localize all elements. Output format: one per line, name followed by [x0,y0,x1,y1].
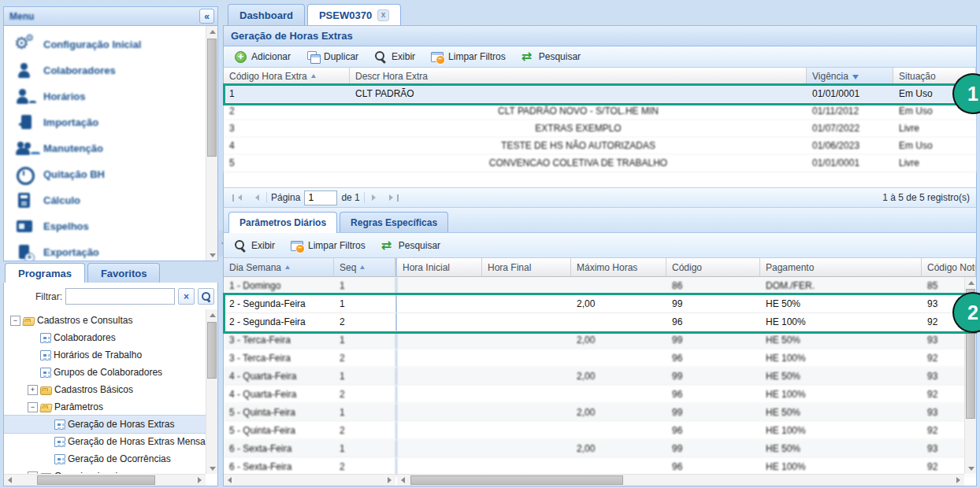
first-page-button[interactable] [230,190,244,205]
table-row[interactable]: 4 TESTE DE HS NÃO AUTORIZADAS 01/06/2023… [224,138,976,155]
table-row[interactable]: 5 - Quinta-Feira 2 96 HE 100% 92 [224,422,976,440]
scrollbar-thumb[interactable] [207,322,217,379]
exibir-button[interactable]: Exibir [228,238,280,253]
scrollbar-thumb[interactable] [966,289,975,419]
column-header-hora-inicial[interactable]: Hora Inicial [397,258,482,277]
tree-item[interactable]: Geração de Horas Extras [4,416,206,433]
scroll-right-arrow[interactable] [194,475,206,486]
tree-item[interactable]: Grupos de Colaboradores [4,364,206,381]
menu-item[interactable]: Importação [4,109,217,135]
table-row[interactable]: 4 - Quarta-Feira 1 2,00 99 HE 50% 93 [224,368,976,386]
table-row[interactable]: 5 CONVENCAO COLETIVA DE TRABALHO 01/01/0… [224,155,976,172]
limpar-filtros-button[interactable]: Limpar Filtros [425,49,511,65]
table-row[interactable]: 4 - Quarta-Feira 2 96 HE 100% 92 [224,386,976,404]
table-row[interactable]: 5 - Quinta-Feira 1 2,00 99 HE 50% 93 [224,404,976,422]
table-row[interactable]: 2 - Segunda-Feira 1 2,00 99 HE 50% 93 [224,295,976,313]
limpar-filtros-button[interactable]: Limpar Filtros [285,238,371,253]
tree-item[interactable]: Horários de Trabalho [4,346,206,364]
tree-expander[interactable] [42,433,52,450]
cell-pagamento: HE 50% [760,440,922,457]
table-row[interactable]: 3 - Terca-Feira 2 96 HE 100% 92 [224,349,976,368]
tree-item[interactable]: Geração de Horas Extras Mensais [4,433,206,450]
scroll-left-arrow[interactable] [397,475,409,486]
exibir-button[interactable]: Exibir [369,49,421,65]
menu-item[interactable]: Manutenção [4,135,217,161]
column-header-codigo-hora-extra[interactable]: Código Hora Extra [224,68,350,86]
tab-programas[interactable]: Programas [5,263,85,283]
adicionar-button[interactable]: Adicionar [228,49,296,65]
scrollbar-thumb[interactable] [37,475,155,485]
tab-regras-especificas[interactable]: Regras Específicas [340,212,448,232]
scroll-up-arrow[interactable] [206,26,217,37]
tree-item[interactable]: Cadastros Básicos [4,381,206,398]
tree-expander[interactable] [28,468,38,474]
tree-expander[interactable] [10,312,20,329]
filter-input[interactable] [65,288,175,305]
last-page-button[interactable] [387,190,401,205]
scroll-left-arrow[interactable] [224,475,236,486]
menu-item[interactable]: Colaboradores [4,57,217,83]
tab-favoritos[interactable]: Favoritos [87,263,161,283]
close-tab-icon[interactable]: x [377,9,389,21]
tree-expander[interactable] [42,416,52,433]
pesquisar-button[interactable]: Pesquisar [376,238,446,253]
column-header-pagamento[interactable]: Pagamento [760,258,922,277]
column-header-maximo-horas[interactable]: Máximo Horas [571,258,666,277]
next-page-button[interactable] [369,190,383,205]
tree-expander[interactable] [28,364,38,381]
geracao-horas-extras-panel: Geração de Horas Extras Adicionar Duplic… [223,25,977,486]
menu-item[interactable]: Exportação [4,239,217,261]
scroll-right-arrow[interactable] [952,475,964,486]
table-row[interactable]: 6 - Sexta-Feira 1 2,00 99 HE 50% 93 [224,440,976,458]
scroll-left-arrow[interactable] [4,475,16,486]
menu-item[interactable]: Configuração Inicial [4,31,217,57]
pesquisar-button[interactable]: Pesquisar [516,49,586,65]
previous-page-button[interactable] [248,190,262,205]
search-filter-button[interactable] [198,288,214,305]
tree-item[interactable]: Geração de Ocorrências [4,450,206,468]
table-row[interactable]: 3 - Terca-Feira 1 2,00 99 HE 50% 93 [224,331,976,349]
column-header-codigo[interactable]: Código [666,258,760,277]
menu-item[interactable]: Horários [4,83,217,109]
menu-item[interactable]: Cálculo [4,187,217,213]
duplicar-button[interactable]: Duplicar [301,49,364,65]
column-header-descr-hora-extra[interactable]: Descr Hora Extra [350,68,807,86]
table-row[interactable]: 1 CLT PADRÃO 01/01/0001 Em Uso [224,86,976,103]
tree-expander[interactable] [28,381,38,398]
scroll-down-arrow[interactable] [965,463,976,474]
tree-item[interactable]: Organizacionais [4,468,206,474]
scroll-up-arrow[interactable] [206,309,218,320]
column-header-codigo-noturno[interactable]: Código Notur [922,258,976,277]
scrollbar-thumb[interactable] [410,475,623,485]
tab-dashboard[interactable]: Dashboard [228,4,305,25]
menu-item[interactable]: Espelhos [4,213,217,239]
tab-psew0370[interactable]: PSEW0370 x [307,4,401,25]
page-number-input[interactable] [304,190,337,205]
column-header-vigencia[interactable]: Vigência [807,68,893,86]
column-header-dia-semana[interactable]: Dia Semana [224,258,334,277]
clear-filter-button[interactable]: × [178,288,195,305]
scroll-down-arrow[interactable] [206,463,218,474]
tree-expander[interactable] [28,398,38,416]
scroll-right-arrow[interactable] [384,475,395,486]
tree-item[interactable]: Colaboradores [4,329,206,346]
tree-expander[interactable] [42,450,52,468]
tab-parametros-diarios[interactable]: Parâmetros Diários [228,212,337,233]
tree-expander[interactable] [28,346,38,364]
menu-item[interactable]: Quitação BH [4,161,217,187]
tree-expander[interactable] [28,329,38,346]
column-header-seq[interactable]: Seq [334,258,395,277]
tree-item[interactable]: Cadastros e Consultas [4,312,206,329]
scrollbar-thumb[interactable] [207,39,217,157]
table-row[interactable]: 3 EXTRAS EXEMPLO 01/07/2022 Livre [224,120,976,138]
column-header-hora-final[interactable]: Hora Final [482,258,571,277]
scroll-up-arrow[interactable] [965,277,976,288]
table-row[interactable]: 1 - Domingo 1 86 DOM./FER. 85 [224,277,976,295]
folder-open-icon [22,317,35,326]
table-row[interactable]: 2 - Segunda-Feira 2 96 HE 100% 92 [224,313,976,331]
table-row[interactable]: 2 CLT PADRÃO NOVO - S/TOL.HE MIN 01/11/2… [224,103,976,120]
collapse-panel-button[interactable]: « [199,9,214,24]
scroll-down-arrow[interactable] [206,250,217,261]
column-header-situacao[interactable]: Situação [893,68,976,86]
tree-item[interactable]: Parâmetros [4,398,206,416]
